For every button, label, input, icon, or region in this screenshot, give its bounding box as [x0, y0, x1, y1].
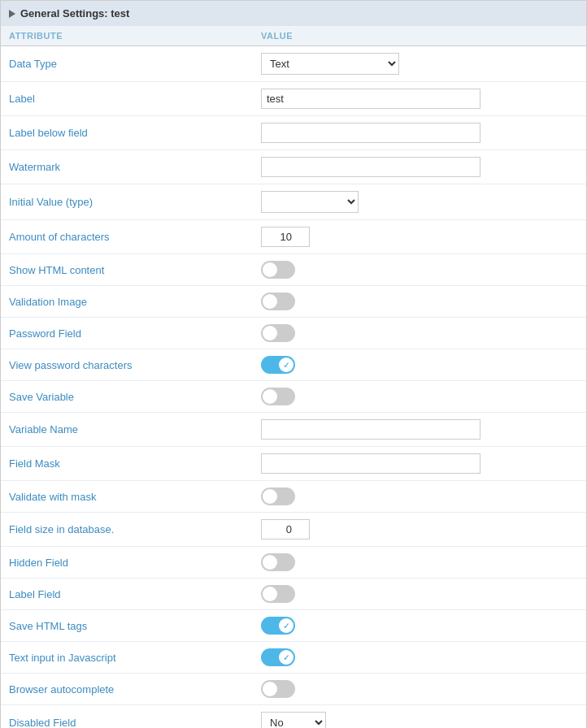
row-label-field: Label Field [1, 578, 586, 610]
value-watermark [261, 157, 578, 177]
row-disabled-field: Disabled FieldNoYes [1, 705, 586, 728]
label-label-below: Label below field [9, 127, 261, 139]
label-watermark: Watermark [9, 161, 261, 173]
label-text-input-js: Text input in Javascript [9, 652, 261, 664]
row-password-field: Password Field [1, 318, 586, 349]
input-label-below[interactable] [261, 123, 480, 143]
label-view-password: View password characters [9, 359, 261, 371]
value-save-variable [261, 388, 578, 405]
input-variable-name[interactable] [261, 419, 480, 440]
row-initial-value: Initial Value (type) [1, 184, 586, 220]
row-field-mask: Field Mask [1, 447, 586, 481]
label-label: Label [9, 93, 261, 105]
row-field-size: Field size in database. [1, 513, 586, 547]
label-initial-value: Initial Value (type) [9, 196, 261, 208]
toggle-hidden-field[interactable] [261, 553, 295, 571]
value-field-size [261, 519, 578, 540]
input-watermark[interactable] [261, 157, 480, 177]
label-field-mask: Field Mask [9, 457, 261, 470]
panel-title: General Settings: test [20, 7, 129, 20]
row-label: Label [1, 82, 586, 116]
toggle-view-password[interactable] [261, 356, 295, 374]
col-value: VALUE [261, 31, 578, 41]
toggle-save-html-tags[interactable] [261, 617, 295, 635]
row-validation-image: Validation Image [1, 286, 586, 318]
row-amount-chars: Amount of characters [1, 220, 586, 254]
label-save-variable: Save Variable [9, 391, 261, 403]
label-validation-image: Validation Image [9, 296, 261, 308]
value-amount-chars [261, 227, 578, 247]
label-browser-autocomplete: Browser autocomplete [9, 683, 261, 696]
value-browser-autocomplete [261, 680, 578, 698]
value-label-field [261, 585, 578, 603]
value-text-input-js [261, 648, 578, 666]
value-initial-value [261, 191, 578, 213]
label-save-html-tags: Save HTML tags [9, 620, 261, 632]
value-show-html [261, 261, 578, 279]
row-label-below: Label below field [1, 116, 586, 150]
select-data-type[interactable]: Text [261, 53, 399, 75]
toggle-validate-mask[interactable] [261, 488, 295, 505]
settings-panel: General Settings: test ATTRIBUTE VALUE D… [0, 0, 587, 728]
label-validate-mask: Validate with mask [9, 491, 261, 503]
toggle-label-field[interactable] [261, 585, 295, 603]
select-disabled-field[interactable]: NoYes [261, 712, 326, 728]
value-password-field [261, 324, 578, 342]
label-field-size: Field size in database. [9, 523, 261, 535]
label-show-html: Show HTML content [9, 264, 261, 276]
label-data-type: Data Type [9, 58, 261, 70]
row-show-html: Show HTML content [1, 254, 586, 286]
toggle-text-input-js[interactable] [261, 648, 295, 666]
toggle-show-html[interactable] [261, 261, 295, 279]
select-initial-value[interactable] [261, 191, 359, 213]
panel-header: General Settings: test [1, 1, 586, 26]
row-data-type: Data TypeText [1, 46, 586, 82]
collapse-icon[interactable] [9, 10, 15, 18]
input-field-mask[interactable] [261, 453, 480, 474]
row-view-password: View password characters [1, 349, 586, 381]
value-data-type: Text [261, 53, 578, 75]
value-validate-mask [261, 488, 578, 505]
toggle-password-field[interactable] [261, 324, 295, 342]
toggle-browser-autocomplete[interactable] [261, 680, 295, 698]
value-variable-name [261, 419, 578, 440]
rows-container: Data TypeTextLabelLabel below fieldWater… [1, 46, 586, 728]
value-validation-image [261, 292, 578, 310]
row-browser-autocomplete: Browser autocomplete [1, 674, 586, 705]
input-amount-chars[interactable] [261, 227, 310, 247]
row-hidden-field: Hidden Field [1, 547, 586, 578]
input-field-size[interactable] [261, 519, 310, 540]
row-save-html-tags: Save HTML tags [1, 610, 586, 642]
label-disabled-field: Disabled Field [9, 717, 261, 728]
input-label[interactable] [261, 89, 480, 109]
column-headers: ATTRIBUTE VALUE [1, 26, 586, 46]
row-watermark: Watermark [1, 150, 586, 184]
row-text-input-js: Text input in Javascript [1, 642, 586, 674]
value-disabled-field: NoYes [261, 712, 578, 728]
toggle-validation-image[interactable] [261, 292, 295, 310]
value-label [261, 89, 578, 109]
label-amount-chars: Amount of characters [9, 231, 261, 243]
value-field-mask [261, 453, 578, 474]
label-password-field: Password Field [9, 327, 261, 340]
label-hidden-field: Hidden Field [9, 557, 261, 569]
label-label-field: Label Field [9, 588, 261, 600]
row-validate-mask: Validate with mask [1, 481, 586, 513]
row-variable-name: Variable Name [1, 413, 586, 447]
label-variable-name: Variable Name [9, 423, 261, 436]
row-save-variable: Save Variable [1, 381, 586, 413]
value-save-html-tags [261, 617, 578, 635]
value-hidden-field [261, 553, 578, 571]
value-view-password [261, 356, 578, 374]
value-label-below [261, 123, 578, 143]
toggle-save-variable[interactable] [261, 388, 295, 405]
col-attribute: ATTRIBUTE [9, 31, 261, 41]
